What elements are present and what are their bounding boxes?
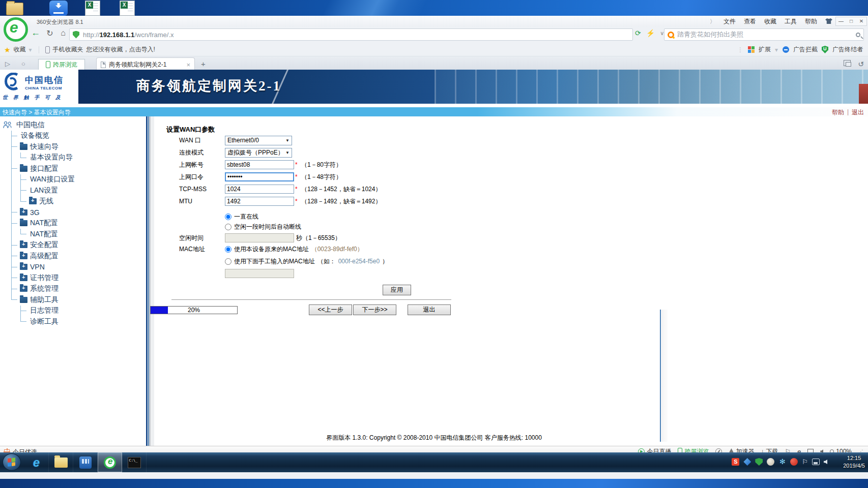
sidebar-item-vpn[interactable]: VPN (0, 262, 146, 273)
mac-manual-radio[interactable] (225, 258, 232, 265)
sidebar-item-diagnostic-tools[interactable]: 诊断工具 (0, 316, 146, 327)
sidebar-item-basic-setup-wizard[interactable]: 基本设置向导 (0, 152, 146, 164)
chevron-down-icon: ▼ (285, 150, 290, 155)
snowflake-tray-icon[interactable]: ✻ (778, 458, 786, 466)
always-online-radio[interactable] (225, 214, 232, 220)
favorites-caret-icon[interactable]: ▾ (29, 46, 33, 53)
menu-file[interactable]: 文件 (724, 17, 736, 26)
blue-diamond-tray-icon[interactable] (743, 458, 751, 466)
tcpmss-hint: （128－1452，缺省＝1024） (301, 185, 381, 194)
sidebar-item-security-config[interactable]: 安全配置 (0, 240, 146, 251)
taskbar-media-app-button[interactable] (73, 452, 98, 472)
mobile-favorites-button[interactable]: 手机收藏夹 (53, 45, 83, 54)
apply-button[interactable]: 应用 (383, 285, 411, 295)
sidebar-item-aux-tools[interactable]: 辅助工具 (0, 294, 146, 306)
taskbar-cmd-button[interactable]: C:\_ (122, 452, 147, 472)
search-icon[interactable] (856, 33, 860, 37)
sidebar-item-advanced-config[interactable]: 高级配置 (0, 251, 146, 262)
next-step-button[interactable]: 下一步>> (353, 304, 396, 315)
minimize-button[interactable]: — (836, 17, 846, 25)
taskbar-ie-button[interactable]: e (24, 452, 49, 472)
mac-device-radio[interactable] (225, 246, 232, 253)
help-link[interactable]: 帮助 (832, 108, 844, 117)
favorites-star-icon[interactable]: ★ (4, 46, 11, 54)
taskbar-clock[interactable]: 12:15 2019/4/5 (843, 454, 865, 470)
downloader-desktop-icon[interactable] (48, 1, 69, 16)
sidebar-item-wan-interface[interactable]: WAN接口设置 (0, 174, 146, 186)
sidebar-item-quick-wizard[interactable]: 快速向导 (0, 141, 146, 152)
flash-boost-icon[interactable]: ⚡ (646, 29, 655, 37)
home-icon[interactable]: ⌂ (57, 28, 69, 38)
taskbar-explorer-button[interactable] (49, 452, 73, 472)
incognito-drop-icon[interactable]: ○ (21, 60, 25, 68)
logout-link[interactable]: 退出 (852, 108, 864, 117)
green-shield-tray-icon[interactable] (755, 458, 763, 466)
adblock-icon[interactable] (783, 46, 789, 53)
tcpmss-input[interactable] (225, 185, 294, 194)
idle-disconnect-radio[interactable] (225, 224, 232, 230)
tab-close-icon[interactable]: × (186, 61, 190, 69)
prev-step-button[interactable]: <<上一步 (309, 304, 352, 315)
account-input[interactable] (225, 160, 294, 169)
red-dot-tray-icon[interactable] (790, 458, 798, 466)
tab-cross-screen[interactable]: 跨屏浏览 (38, 59, 85, 70)
excel-file-desktop-icon-2[interactable] (118, 1, 138, 16)
reload-icon[interactable]: ⟳ (635, 29, 641, 37)
menu-help[interactable]: 帮助 (805, 17, 817, 26)
sidebar-item-device-overview[interactable]: 设备概览 (0, 131, 146, 142)
wan-port-label: WAN 口 (179, 136, 225, 145)
qq-tray-icon[interactable] (767, 458, 774, 466)
mac-input[interactable] (225, 269, 294, 278)
ad-terminator-shield-icon[interactable] (822, 46, 828, 53)
wan-port-select[interactable]: Ethernet0/0 ▼ (225, 136, 292, 145)
tree-root[interactable]: 中国电信 (0, 119, 146, 131)
restore-tab-icon[interactable]: ↺ (858, 60, 864, 68)
sogou-tray-icon[interactable]: S (732, 458, 739, 466)
excel-file-desktop-icon[interactable] (83, 1, 103, 16)
url-input[interactable]: http://192.168.1.1/wcn/frame/.x (69, 28, 633, 41)
sidebar-item-log-management[interactable]: 日志管理 (0, 306, 146, 317)
maximize-button[interactable]: □ (846, 17, 856, 25)
extensions-grid-icon[interactable] (748, 46, 755, 53)
mtu-input[interactable] (225, 197, 294, 206)
menu-favorites[interactable]: 收藏 (764, 17, 776, 26)
start-button[interactable] (3, 453, 21, 471)
folder-desktop-icon[interactable] (5, 1, 25, 16)
collapse-sidebar-icon[interactable]: ▷ (5, 60, 10, 68)
extensions-caret-icon[interactable]: ▾ (775, 46, 778, 53)
menu-view[interactable]: 查看 (744, 17, 756, 26)
search-input[interactable]: 踏青赏花如何拍出美照 (664, 28, 864, 41)
split-screen-icon[interactable] (844, 60, 851, 66)
bookmarks-hint[interactable]: 您还没有收藏，点击导入! (86, 45, 155, 54)
sidebar-item-nat-config-child[interactable]: NAT配置 (0, 229, 146, 240)
connect-mode-select[interactable]: 虚拟拨号（PPPoE） ▼ (225, 148, 292, 158)
exit-button[interactable]: 退出 (408, 304, 451, 315)
action-center-flag-icon[interactable]: ⚐ (802, 458, 808, 466)
skin-button[interactable] (822, 17, 835, 25)
refresh-icon[interactable]: ↻ (44, 28, 56, 38)
sidebar-item-lan-settings[interactable]: LAN设置 (0, 185, 146, 196)
adblock-button[interactable]: 广告拦截 (793, 45, 818, 54)
back-icon[interactable]: ← (30, 27, 42, 38)
clock-time: 12:15 (843, 454, 865, 462)
password-input[interactable] (225, 172, 294, 181)
browser-360-logo-icon[interactable]: e (4, 17, 28, 42)
favorites-button[interactable]: 收藏 (14, 45, 26, 54)
new-tab-button[interactable]: + (201, 59, 206, 68)
menu-expander-icon[interactable]: 〉 (710, 18, 715, 25)
extensions-button[interactable]: 扩展 (759, 45, 771, 54)
sidebar-item-wireless[interactable]: 无线 (0, 196, 146, 207)
sidebar-item-nat-config[interactable]: NAT配置 (0, 218, 146, 229)
taskbar-360-browser-button[interactable] (98, 452, 122, 472)
sidebar-item-cert-management[interactable]: 证书管理 (0, 272, 146, 284)
menu-tools[interactable]: 工具 (785, 17, 797, 26)
ad-terminator-button[interactable]: 广告终结者 (832, 45, 863, 54)
sidebar-item-3g[interactable]: 3G (0, 207, 146, 218)
sidebar-item-interface-config[interactable]: 接口配置 (0, 163, 146, 174)
idle-time-input[interactable] (225, 233, 294, 242)
network-tray-icon[interactable] (812, 459, 820, 465)
volume-tray-icon[interactable] (824, 460, 827, 464)
sidebar-item-system-management[interactable]: 系统管理 (0, 284, 146, 295)
tabbar-right-actions: ↺ (844, 60, 864, 68)
close-button[interactable]: ✕ (856, 17, 866, 25)
